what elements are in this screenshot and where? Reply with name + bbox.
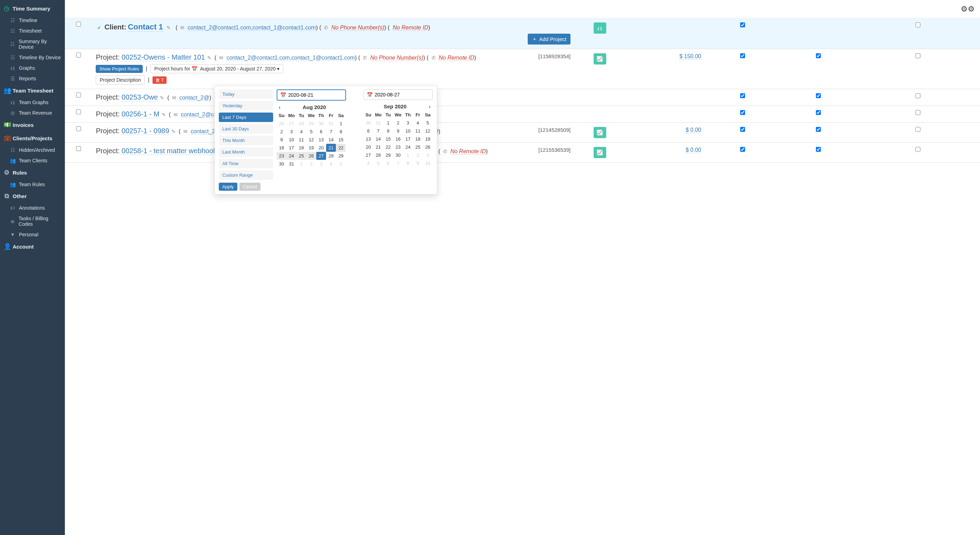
calendar-day[interactable]: 4 xyxy=(364,159,374,167)
apply-button[interactable]: Apply xyxy=(219,183,237,191)
calendar-day[interactable]: 15 xyxy=(383,135,393,143)
nav-team-rules[interactable]: 👥Team Rules xyxy=(0,179,65,189)
calendar-day[interactable]: 31 xyxy=(374,119,383,127)
nav-hidden[interactable]: ☷Hidden/Archived xyxy=(0,145,65,155)
cancel-button[interactable]: Cancel xyxy=(239,183,261,191)
calendar-day[interactable]: 23 xyxy=(393,143,403,151)
calendar-day[interactable]: 5 xyxy=(423,119,433,127)
calendar-day[interactable]: 16 xyxy=(277,144,286,152)
calendar-day[interactable]: 3 xyxy=(316,160,326,168)
calendar-day[interactable]: 20 xyxy=(316,144,326,152)
calendar-day[interactable]: 3 xyxy=(286,127,296,136)
calendar-day[interactable]: 27 xyxy=(364,151,374,159)
edit-icon[interactable]: ✎ xyxy=(172,129,176,134)
calendar-day[interactable]: 22 xyxy=(383,143,393,151)
calendar-day[interactable]: 19 xyxy=(423,135,433,143)
prev-month-button[interactable]: ‹ xyxy=(277,104,283,110)
calendar-day[interactable]: 29 xyxy=(307,119,316,127)
col-checkbox-1[interactable] xyxy=(740,22,745,27)
project-description-box[interactable]: Project Description xyxy=(96,75,145,84)
calendar-day[interactable]: 22 xyxy=(336,144,346,152)
calendar-day[interactable]: 11 xyxy=(296,136,306,144)
calendar-day[interactable]: 28 xyxy=(374,151,383,159)
nav-annotations[interactable]: 🏷Annotations xyxy=(0,203,65,213)
project-noremote[interactable]: No Remote ID xyxy=(450,148,485,154)
project-checkbox[interactable] xyxy=(76,126,81,131)
calendar-day[interactable]: 30 xyxy=(316,119,326,127)
calendar-day[interactable]: 28 xyxy=(326,152,336,160)
calendar-day[interactable]: 13 xyxy=(364,135,374,143)
col-checkbox-3[interactable] xyxy=(915,53,920,58)
calendar-day[interactable]: 8 xyxy=(403,159,413,167)
nav-time-summary[interactable]: ◷Time Summary xyxy=(0,2,65,15)
calendar-day[interactable]: 30 xyxy=(277,160,286,168)
calendar-day[interactable]: 30 xyxy=(393,151,403,159)
nav-tasks[interactable]: ≣Tasks / Billing Codes xyxy=(0,213,65,229)
chart-button[interactable]: 📈 xyxy=(593,147,606,158)
range-custom-range[interactable]: Custom Range xyxy=(219,170,273,180)
calendar-day[interactable]: 2 xyxy=(307,160,316,168)
col-checkbox-2[interactable] xyxy=(816,147,821,152)
col-checkbox-3[interactable] xyxy=(915,147,920,152)
range-last-30-days[interactable]: Last 30 Days xyxy=(219,124,273,134)
calendar-day[interactable]: 1 xyxy=(336,119,346,127)
calendar-day[interactable]: 14 xyxy=(326,136,336,144)
next-month-button[interactable]: › xyxy=(427,103,433,109)
calendar-day[interactable]: 17 xyxy=(403,135,413,143)
project-name-link[interactable]: 00252-Owens - Matter 101 xyxy=(122,53,205,61)
nav-invoices[interactable]: 💵Invoices xyxy=(0,118,65,132)
edit-icon[interactable]: ✎ xyxy=(207,55,212,61)
calendar-day[interactable]: 10 xyxy=(403,127,413,135)
project-checkbox[interactable] xyxy=(76,53,81,57)
chart-button[interactable]: 📈 xyxy=(593,127,606,138)
client-emails-link[interactable]: contact_2@contact1.com,contact_1@contact… xyxy=(188,24,316,31)
calendar-day[interactable]: 14 xyxy=(374,135,383,143)
project-name-link[interactable]: 00258-1 - test matter webhook xyxy=(122,147,217,155)
client-name-link[interactable]: Contact 1 xyxy=(128,22,163,32)
col-checkbox-3[interactable] xyxy=(915,22,920,27)
col-checkbox-1[interactable] xyxy=(740,93,745,98)
range-all-time[interactable]: All Time xyxy=(219,159,273,168)
range-this-month[interactable]: This Month xyxy=(219,136,273,145)
from-date-input-wrap[interactable]: 📅 xyxy=(277,89,346,100)
date-range-dropdown[interactable]: Project hours for 📅 August 20, 2020 - Au… xyxy=(150,64,283,73)
calendar-day[interactable]: 1 xyxy=(296,160,306,168)
calendar-day[interactable]: 3 xyxy=(403,119,413,127)
calendar-day[interactable]: 21 xyxy=(374,143,383,151)
calendar-day[interactable]: 31 xyxy=(326,119,336,127)
nav-team-clients[interactable]: 👥Team Clients xyxy=(0,155,65,166)
calendar-day[interactable]: 12 xyxy=(307,136,316,144)
calendar-day[interactable]: 1 xyxy=(403,151,413,159)
calendar-day[interactable]: 2 xyxy=(277,127,286,136)
col-checkbox-2[interactable] xyxy=(816,110,821,115)
project-nophone[interactable]: No Phone Number(s) xyxy=(370,55,423,61)
calendar-day[interactable]: 26 xyxy=(423,143,433,151)
project-emails-link[interactable]: contact_2@ xyxy=(179,95,209,101)
calendar-day[interactable]: 20 xyxy=(364,143,374,151)
col-checkbox-2[interactable] xyxy=(816,53,821,58)
calendar-day[interactable]: 7 xyxy=(374,127,383,135)
nav-summary-device[interactable]: ☷Summary By Device xyxy=(0,36,65,52)
edit-icon[interactable]: ✎ xyxy=(160,95,164,100)
nav-timeline[interactable]: ☷Timeline xyxy=(0,15,65,25)
calendar-day[interactable]: 6 xyxy=(316,127,326,136)
col-checkbox-1[interactable] xyxy=(740,53,745,58)
calendar-day[interactable]: 27 xyxy=(286,119,296,127)
project-checkbox[interactable] xyxy=(76,146,81,151)
calendar-day[interactable]: 8 xyxy=(383,127,393,135)
col-checkbox-3[interactable] xyxy=(915,110,920,115)
col-checkbox-1[interactable] xyxy=(740,147,745,152)
show-rules-button[interactable]: Show Project Rules xyxy=(96,65,142,73)
calendar-day[interactable]: 18 xyxy=(413,135,423,143)
col-checkbox-1[interactable] xyxy=(740,127,745,132)
settings-gear-icon[interactable]: ⚙⚙ xyxy=(961,5,975,14)
range-last-month[interactable]: Last Month xyxy=(219,147,273,157)
calendar-day[interactable]: 10 xyxy=(423,159,433,167)
nav-graphs[interactable]: ⫾⫿Graphs xyxy=(0,63,65,73)
project-name-link[interactable]: 00253-Owe xyxy=(122,93,158,101)
calendar-day[interactable]: 26 xyxy=(277,119,286,127)
calendar-day[interactable]: 21 xyxy=(326,144,336,152)
range-last-7-days[interactable]: Last 7 Days xyxy=(219,113,273,122)
calendar-day[interactable]: 8 xyxy=(336,127,346,136)
nav-timeline-device[interactable]: ☷Timeline By Device xyxy=(0,52,65,63)
